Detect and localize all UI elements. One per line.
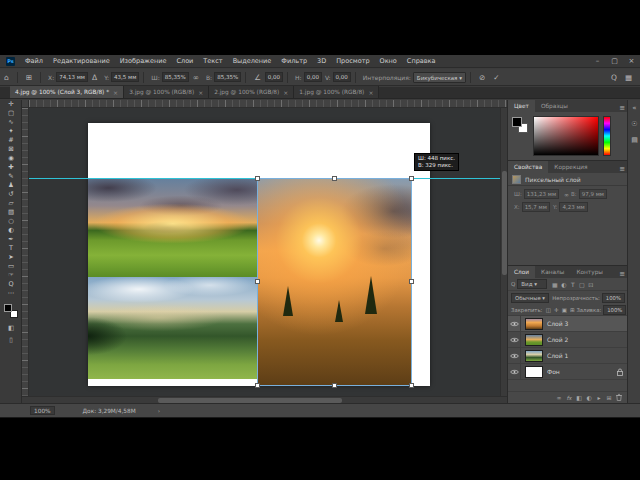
filter-type-icon[interactable]: T bbox=[568, 281, 577, 288]
workspace-icon[interactable]: ▦ bbox=[621, 73, 636, 82]
cancel-transform-button[interactable]: ⊘ bbox=[475, 73, 489, 82]
layer-name[interactable]: Фон bbox=[547, 368, 560, 375]
delete-layer-icon[interactable] bbox=[614, 393, 624, 402]
close-icon[interactable]: × bbox=[368, 89, 373, 96]
menu-layers[interactable]: Слои bbox=[171, 55, 198, 68]
zoom-level-field[interactable]: 100% bbox=[30, 406, 55, 415]
tab-4jpg[interactable]: 4.jpg @ 100% (Слой 3, RGB/8) * × bbox=[10, 86, 124, 98]
new-layer-icon[interactable]: ⊞ bbox=[604, 394, 614, 401]
learn-icon[interactable]: ☉ bbox=[628, 116, 640, 132]
transform-handle[interactable] bbox=[332, 176, 337, 181]
tab-2jpg[interactable]: 2.jpg @ 100% (RGB/8) × bbox=[209, 86, 294, 98]
tab-color[interactable]: Цвет bbox=[508, 100, 535, 112]
opacity-select[interactable]: 100% bbox=[602, 293, 625, 303]
x-input[interactable]: 74,13 мм bbox=[56, 72, 88, 82]
tab-paths[interactable]: Контуры bbox=[570, 266, 609, 278]
interpolation-select[interactable]: Бикубическая ▾ bbox=[413, 72, 466, 83]
props-y-input[interactable]: 4,23 мм bbox=[559, 202, 587, 212]
history-brush-tool[interactable]: ↺ bbox=[0, 190, 22, 199]
menu-3d[interactable]: 3D bbox=[312, 55, 331, 68]
type-tool[interactable]: T bbox=[0, 244, 22, 253]
foreground-color-swatch[interactable] bbox=[512, 117, 522, 127]
height-input[interactable]: 85,35% bbox=[214, 72, 241, 82]
close-icon[interactable]: × bbox=[283, 89, 288, 96]
props-x-input[interactable]: 15,7 мм bbox=[522, 202, 550, 212]
gradient-tool[interactable]: ▨ bbox=[0, 208, 22, 217]
dodge-tool[interactable]: ◐ bbox=[0, 226, 22, 235]
eyedropper-tool[interactable]: ◉ bbox=[0, 154, 22, 163]
filter-adjustment-icon[interactable]: ◐ bbox=[559, 281, 568, 288]
filter-kind-select[interactable]: Вид ▾ bbox=[517, 279, 547, 289]
maximize-button[interactable]: ▢ bbox=[606, 55, 623, 68]
layer-row-sloy3[interactable]: Слой 3 bbox=[508, 316, 628, 332]
marquee-tool[interactable]: ▢ bbox=[0, 109, 22, 118]
healing-brush-tool[interactable]: ✚ bbox=[0, 163, 22, 172]
menu-view[interactable]: Просмотр bbox=[331, 55, 374, 68]
tab-3jpg[interactable]: 3.jpg @ 100% (RGB/8) × bbox=[124, 86, 209, 98]
transform-handle[interactable] bbox=[409, 279, 414, 284]
visibility-toggle[interactable] bbox=[508, 316, 521, 332]
transform-handle[interactable] bbox=[332, 383, 337, 388]
reference-point-icon[interactable]: ⊞ bbox=[22, 73, 36, 82]
transform-handle[interactable] bbox=[409, 176, 414, 181]
brush-tool[interactable]: ✎ bbox=[0, 172, 22, 181]
status-options-arrow[interactable]: › bbox=[158, 408, 160, 414]
layer-thumbnail[interactable] bbox=[525, 318, 543, 330]
eraser-tool[interactable]: ▱ bbox=[0, 199, 22, 208]
lasso-tool[interactable]: ∿ bbox=[0, 118, 22, 127]
layer-row-background[interactable]: Фон bbox=[508, 364, 628, 380]
clone-stamp-tool[interactable]: ♟ bbox=[0, 181, 22, 190]
props-h-input[interactable]: 97,9 мм bbox=[579, 189, 607, 199]
link-dimensions-icon[interactable]: ∞ bbox=[189, 73, 203, 82]
width-input[interactable]: 85,35% bbox=[162, 72, 189, 82]
toolbar-ellipsis-icon[interactable]: ⋯ bbox=[0, 289, 22, 298]
tab-adjustments[interactable]: Коррекция bbox=[548, 161, 593, 173]
menu-image[interactable]: Изображение bbox=[115, 55, 172, 68]
adjustment-layer-icon[interactable]: ◐ bbox=[584, 394, 594, 401]
screen-mode-icon[interactable]: ▯ bbox=[0, 336, 22, 344]
tab-properties[interactable]: Свойства bbox=[508, 161, 548, 173]
transform-handle[interactable] bbox=[409, 383, 414, 388]
props-w-input[interactable]: 131,23 мм bbox=[524, 189, 559, 199]
lock-position-icon[interactable]: ✛ bbox=[552, 307, 560, 313]
vertical-scrollbar[interactable] bbox=[500, 108, 507, 396]
tab-layers[interactable]: Слои bbox=[508, 266, 535, 278]
menu-edit[interactable]: Редактирование bbox=[48, 55, 115, 68]
layer-row-sloy1[interactable]: Слой 1 bbox=[508, 348, 628, 364]
transform-handle[interactable] bbox=[255, 383, 260, 388]
transform-handle[interactable] bbox=[255, 279, 260, 284]
hand-tool[interactable]: ☞ bbox=[0, 271, 22, 280]
angle-input[interactable]: 0,00 bbox=[265, 72, 283, 82]
close-icon[interactable]: × bbox=[113, 89, 118, 96]
shape-tool[interactable]: ▭ bbox=[0, 262, 22, 271]
crop-tool[interactable]: # bbox=[0, 136, 22, 145]
tab-1jpg[interactable]: 1.jpg @ 100% (RGB/8) × bbox=[294, 86, 379, 98]
new-group-icon[interactable]: ▸ bbox=[594, 394, 604, 401]
lock-transparency-icon[interactable]: ◫ bbox=[544, 307, 552, 313]
lock-artboard-icon[interactable]: ▣ bbox=[560, 307, 568, 313]
filter-pixel-icon[interactable]: ▦ bbox=[550, 281, 559, 288]
link-dimensions-icon[interactable]: ∞ bbox=[564, 191, 569, 198]
layer-name[interactable]: Слой 2 bbox=[547, 336, 568, 343]
transform-handle[interactable] bbox=[255, 176, 260, 181]
blur-tool[interactable]: ○ bbox=[0, 217, 22, 226]
hue-slider[interactable] bbox=[603, 116, 611, 156]
commit-transform-button[interactable]: ✓ bbox=[489, 73, 503, 82]
close-button[interactable]: × bbox=[623, 55, 640, 68]
quick-mask-icon[interactable]: ◧ bbox=[0, 324, 22, 332]
add-mask-icon[interactable]: ◧ bbox=[574, 394, 584, 401]
y-input[interactable]: 43,5 мм bbox=[111, 72, 139, 82]
menu-filter[interactable]: Фильтр bbox=[276, 55, 312, 68]
menu-help[interactable]: Справка bbox=[402, 55, 441, 68]
tab-swatches[interactable]: Образцы bbox=[535, 100, 574, 112]
menu-window[interactable]: Окно bbox=[375, 55, 402, 68]
libraries-icon[interactable]: ▤ bbox=[628, 132, 640, 148]
path-selection-tool[interactable]: ➤ bbox=[0, 253, 22, 262]
close-icon[interactable]: × bbox=[198, 89, 203, 96]
pen-tool[interactable]: ✒ bbox=[0, 235, 22, 244]
vskew-input[interactable]: 0,00 bbox=[333, 72, 351, 82]
hskew-input[interactable]: 0,00 bbox=[304, 72, 322, 82]
horizontal-scrollbar[interactable] bbox=[22, 396, 507, 403]
filter-smart-object-icon[interactable]: ⊡ bbox=[586, 281, 595, 288]
visibility-toggle[interactable] bbox=[508, 348, 521, 364]
